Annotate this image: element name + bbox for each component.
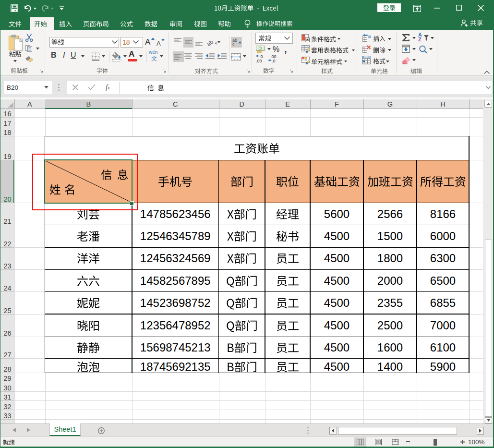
- svg-text:.00: .00: [256, 59, 262, 63]
- svg-text:ab: ab: [206, 38, 215, 47]
- svg-text:.0: .0: [272, 59, 276, 63]
- svg-text:c: c: [232, 42, 235, 46]
